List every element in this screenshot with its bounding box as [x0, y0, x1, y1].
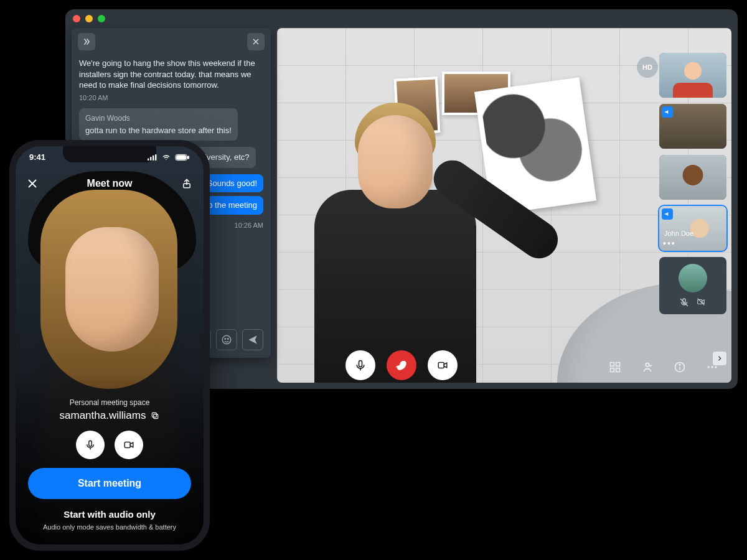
zoom-traffic-button[interactable] [98, 15, 105, 22]
chat-message: Gavin Woods gotta run to the hardware st… [79, 108, 263, 141]
participant-thumbnail[interactable] [659, 53, 726, 98]
svg-rect-23 [187, 156, 189, 159]
active-speaker-figure [289, 96, 476, 383]
end-call-button[interactable] [387, 350, 416, 380]
meeting-space-label: Personal meeting space [28, 398, 191, 407]
status-time: 9:41 [29, 152, 45, 162]
start-audio-only-button[interactable]: Start with audio only [28, 509, 191, 520]
camera-off-icon [695, 297, 707, 307]
audio-only-hint: Audio only mode saves bandwidth & batter… [28, 523, 191, 531]
meeting-space-name: samantha.williams [60, 409, 146, 422]
participant-name: John Doe [664, 230, 693, 237]
svg-rect-19 [153, 155, 154, 160]
emoji-button[interactable] [216, 329, 237, 350]
copy-icon[interactable] [151, 411, 159, 420]
share-button[interactable] [181, 177, 192, 190]
chat-close-button[interactable] [247, 33, 265, 50]
chat-sender: Gavin Woods [85, 113, 232, 123]
camera-toggle-button[interactable] [115, 431, 143, 459]
close-button[interactable] [27, 178, 38, 189]
participant-thumbnail-self[interactable] [659, 257, 726, 314]
chat-message-time: 10:20 AM [79, 93, 263, 103]
secondary-controls [607, 359, 720, 375]
phone-status-bar: 9:41 [16, 150, 204, 164]
svg-rect-22 [176, 155, 186, 159]
svg-point-13 [679, 364, 680, 365]
svg-rect-20 [155, 154, 156, 161]
minimize-traffic-button[interactable] [85, 15, 93, 22]
participant-thumbnail-selected[interactable]: John Doe ••• [659, 206, 726, 251]
traffic-lights [73, 15, 105, 22]
mic-toggle-button[interactable] [76, 431, 105, 459]
send-button[interactable] [242, 329, 263, 350]
svg-rect-6 [611, 363, 614, 366]
phone-device: 9:41 Meet now Persona [9, 140, 210, 551]
meet-now-panel: Personal meeting space samantha.williams… [16, 390, 204, 544]
start-meeting-button[interactable]: Start meeting [28, 468, 191, 499]
window-titlebar [65, 9, 738, 28]
svg-rect-26 [153, 413, 157, 417]
mute-button[interactable] [345, 350, 375, 380]
megaphone-icon [662, 106, 673, 118]
svg-point-10 [646, 363, 649, 367]
layout-grid-button[interactable] [607, 359, 623, 375]
participant-menu-button[interactable]: ••• [663, 238, 676, 248]
wifi-icon [161, 154, 171, 161]
svg-point-16 [715, 366, 716, 368]
participant-thumbnail[interactable] [659, 104, 726, 149]
close-traffic-button[interactable] [73, 15, 80, 22]
svg-rect-28 [125, 442, 130, 448]
svg-rect-5 [438, 363, 444, 368]
svg-point-15 [711, 366, 713, 368]
participants-button[interactable] [639, 359, 655, 375]
svg-rect-7 [616, 363, 620, 366]
chat-outgoing-text: Sounds good! [201, 174, 263, 193]
phone-screen: 9:41 Meet now Persona [16, 146, 204, 544]
svg-point-2 [228, 338, 229, 340]
screen-title: Meet now [87, 178, 133, 189]
svg-rect-18 [150, 157, 151, 161]
svg-point-1 [225, 338, 226, 340]
cellular-icon [148, 154, 157, 161]
more-options-button[interactable] [704, 359, 720, 375]
svg-rect-25 [154, 414, 158, 419]
info-button[interactable] [672, 359, 688, 375]
chat-collapse-button[interactable] [78, 33, 95, 50]
svg-point-14 [708, 366, 710, 368]
svg-point-0 [222, 335, 231, 344]
svg-rect-8 [611, 368, 614, 372]
mic-muted-icon [679, 297, 689, 307]
avatar [679, 264, 707, 292]
chat-message: We're going to hang the show this weeken… [79, 58, 263, 102]
svg-rect-17 [148, 158, 149, 160]
chat-message-text: gotta run to the hardware store after th… [85, 125, 232, 136]
hd-badge: HD [637, 57, 658, 78]
megaphone-icon [662, 208, 673, 220]
phone-top-bar: Meet now [16, 174, 204, 194]
camera-button[interactable] [428, 350, 458, 380]
chat-message-text: We're going to hang the show this weeken… [79, 58, 263, 91]
battery-icon [175, 154, 190, 161]
participant-strip: John Doe ••• [659, 53, 726, 314]
participant-thumbnail[interactable] [659, 155, 726, 200]
svg-rect-9 [616, 368, 620, 372]
